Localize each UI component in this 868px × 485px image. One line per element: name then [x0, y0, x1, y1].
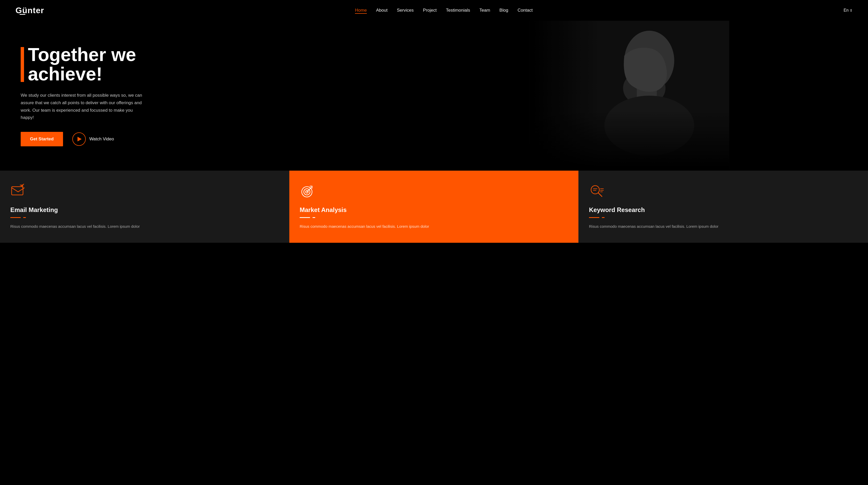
logo-text: Günter	[16, 6, 44, 15]
hero-image	[391, 21, 868, 171]
services-section: Email Marketing Risus commodo maecenas a…	[0, 171, 868, 243]
watch-video-label: Watch Video	[89, 137, 114, 142]
hero-content: Together we achieve! We study our client…	[0, 29, 160, 162]
nav-link-services[interactable]: Services	[397, 8, 413, 13]
keyword-research-icon	[589, 183, 604, 199]
nav-item-contact[interactable]: Contact	[518, 8, 533, 13]
hero-description: We study our clients interest from all p…	[21, 92, 145, 122]
nav-item-blog[interactable]: Blog	[499, 8, 508, 13]
nav-link-project[interactable]: Project	[423, 8, 437, 13]
nav-links: Home About Services Project Testimonials…	[355, 8, 533, 13]
nav-link-testimonials[interactable]: Testimonials	[446, 8, 470, 13]
nav-item-about[interactable]: About	[376, 8, 388, 13]
nav-link-team[interactable]: Team	[479, 8, 490, 13]
market-analysis-icon	[300, 183, 315, 199]
hero-title: Together we achieve!	[21, 45, 145, 84]
service-title-keyword: Keyword Research	[589, 206, 858, 213]
hero-person-svg	[391, 21, 868, 171]
service-card-market-analysis: Market Analysis Risus commodo maecenas a…	[289, 171, 579, 243]
service-underline-market	[300, 217, 310, 218]
nav-item-team[interactable]: Team	[479, 8, 490, 13]
language-label: En	[843, 8, 848, 13]
language-selector[interactable]: En ⇕	[843, 8, 852, 13]
hero-title-text: Together we achieve!	[21, 45, 136, 84]
hero-actions: Get Started Watch Video	[21, 132, 145, 146]
logo[interactable]: Günter	[16, 6, 44, 15]
chevron-up-down-icon: ⇕	[850, 8, 852, 12]
email-marketing-icon	[10, 183, 26, 199]
service-title-market: Market Analysis	[300, 206, 568, 213]
nav-link-home[interactable]: Home	[355, 8, 367, 14]
hero-title-wrapper: Together we achieve!	[21, 45, 136, 84]
service-desc-market: Risus commodo maecenas accumsan lacus ve…	[300, 223, 568, 230]
nav-link-blog[interactable]: Blog	[499, 8, 508, 13]
hero-title-line2: achieve!	[28, 64, 102, 84]
nav-item-testimonials[interactable]: Testimonials	[446, 8, 470, 13]
service-underline-email	[10, 217, 21, 218]
hero-section: Together we achieve! We study our client…	[0, 21, 868, 171]
service-title-email: Email Marketing	[10, 206, 279, 213]
logo-underline	[20, 14, 25, 15]
nav-link-contact[interactable]: Contact	[518, 8, 533, 13]
nav-item-project[interactable]: Project	[423, 8, 437, 13]
watch-video-button[interactable]: Watch Video	[72, 132, 114, 146]
service-card-keyword-research: Keyword Research Risus commodo maecenas …	[579, 171, 868, 243]
accent-bar	[21, 47, 24, 82]
service-underline-keyword	[589, 217, 599, 218]
service-card-email-marketing: Email Marketing Risus commodo maecenas a…	[0, 171, 289, 243]
play-circle-icon	[72, 132, 86, 146]
svg-rect-7	[11, 187, 23, 195]
nav-item-home[interactable]: Home	[355, 8, 367, 13]
hero-title-line1: Together we	[28, 44, 136, 65]
svg-rect-6	[529, 21, 729, 171]
service-desc-email: Risus commodo maecenas accumsan lacus ve…	[10, 223, 279, 230]
navbar: Günter Home About Services Project Testi…	[0, 0, 868, 21]
nav-item-services[interactable]: Services	[397, 8, 413, 13]
service-desc-keyword: Risus commodo maecenas accumsan lacus ve…	[589, 223, 858, 230]
get-started-button[interactable]: Get Started	[21, 132, 63, 146]
play-triangle-icon	[78, 137, 82, 141]
nav-link-about[interactable]: About	[376, 8, 388, 13]
